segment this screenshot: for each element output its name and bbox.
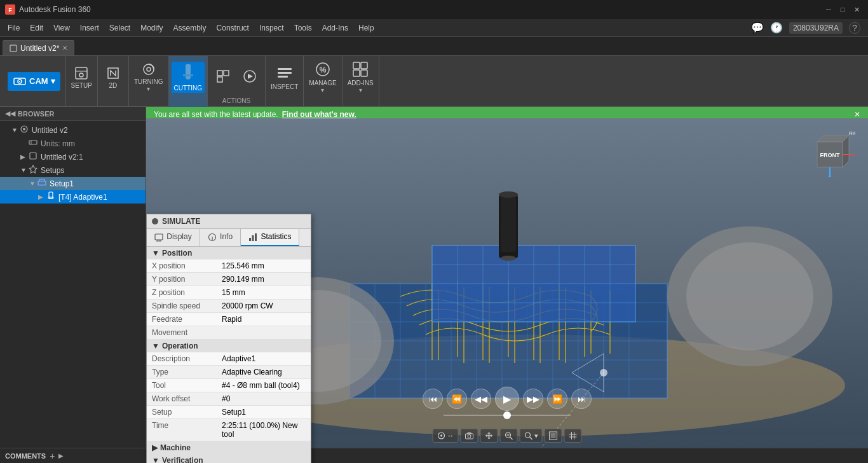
tree-expand-adaptive1[interactable]: ▶ <box>38 193 46 200</box>
menu-select[interactable]: Select <box>104 19 135 37</box>
minimize-button[interactable]: ─ <box>822 3 835 16</box>
info-tab-icon: i <box>208 233 217 242</box>
menu-inspect[interactable]: Inspect <box>254 19 289 37</box>
manage-icon: % <box>314 60 332 78</box>
svg-text:F: F <box>8 7 12 13</box>
toolbar-manage-group: % MANAGE▾ <box>304 56 342 107</box>
menu-view[interactable]: View <box>48 19 75 37</box>
comments-bar: COMMENTS + ▶ <box>0 448 868 463</box>
tree-item-untitled-v2[interactable]: ▼ Untitled v2 <box>0 123 146 137</box>
machine-section-header[interactable]: ▶ Machine <box>147 441 311 454</box>
movement-label: Movement <box>152 328 222 337</box>
setup-label: SETUP <box>71 82 92 89</box>
clock-icon[interactable]: 🕐 <box>770 22 783 34</box>
doc-tab-untitled[interactable]: Untitled v2* ✕ <box>3 40 74 55</box>
play-button[interactable]: ▶ <box>495 387 519 411</box>
menu-file[interactable]: File <box>3 19 25 37</box>
menu-assembly[interactable]: Assembly <box>168 19 212 37</box>
orientation-cube[interactable]: FRONT Z X RIGHT <box>804 129 855 180</box>
menu-edit[interactable]: Edit <box>25 19 48 37</box>
comments-add-icon[interactable]: + <box>50 451 55 461</box>
tree-expand-untitled[interactable]: ▼ <box>11 127 19 134</box>
rewind-fast-button[interactable]: ⏪ <box>447 389 467 409</box>
camera-button[interactable] <box>461 429 478 443</box>
playback-slider-track[interactable] <box>444 415 571 416</box>
tree-item-setups[interactable]: ▼ Setups <box>0 163 146 177</box>
skip-to-end-button[interactable]: ⏭ <box>571 389 592 409</box>
close-button[interactable]: ✕ <box>850 3 863 16</box>
tree-expand-setups[interactable]: ▼ <box>20 167 28 174</box>
description-row: Description Adaptive1 <box>147 352 311 366</box>
y-position-row: Y position 290.149 mm <box>147 273 311 286</box>
inspect-label: INSPECT <box>271 83 298 90</box>
work-offset-value: #0 <box>222 394 230 403</box>
addins-label: ADD-INS <box>348 79 374 86</box>
addins-button[interactable]: ADD-INS▾ <box>345 59 376 95</box>
menu-insert[interactable]: Insert <box>75 19 104 37</box>
sim-tab-display[interactable]: Display <box>147 229 200 246</box>
fast-forward-button[interactable]: ⏩ <box>547 389 567 409</box>
menu-construct[interactable]: Construct <box>212 19 254 37</box>
svg-rect-106 <box>551 433 556 438</box>
cutting-button[interactable]: CUTTING <box>172 62 205 93</box>
2d-button[interactable]: 2D <box>100 64 126 90</box>
toolbar-inspect-group: INSPECT <box>266 56 304 107</box>
machine-section: ▶ Machine <box>147 441 311 454</box>
svg-rect-76 <box>501 195 516 252</box>
operation-section-header[interactable]: ▼ Operation <box>147 340 311 352</box>
tree-item-adaptive1[interactable]: ▶ [T4] Adaptive1 <box>0 190 146 204</box>
turning-icon <box>141 62 156 77</box>
comments-expand-icon[interactable]: ▶ <box>58 452 64 459</box>
menu-modify[interactable]: Modify <box>135 19 168 37</box>
feedrate-label: Feedrate <box>152 315 222 324</box>
svg-line-100 <box>510 437 513 439</box>
tree-expand-setup1[interactable]: ▼ <box>29 180 37 187</box>
description-label: Description <box>152 354 222 363</box>
doc-tab-close[interactable]: ✕ <box>62 45 67 52</box>
sim-tab-info[interactable]: i Info <box>200 229 241 246</box>
step-forward-button[interactable]: ▶▶ <box>523 389 543 409</box>
browser-collapse-icon[interactable]: ◀◀ <box>5 109 15 118</box>
cam-button[interactable]: CAM ▾ <box>8 72 60 91</box>
snap-button[interactable]: ↔ <box>433 429 459 443</box>
sim-tab-statistics[interactable]: Statistics <box>241 229 299 246</box>
snap-icon <box>437 431 446 440</box>
maximize-button[interactable]: □ <box>836 3 849 16</box>
tree-item-untitled-v2-1[interactable]: ▶ Untitled v2:1 <box>0 150 146 163</box>
actions-play-button[interactable] <box>237 68 262 86</box>
pan-button[interactable] <box>480 429 498 443</box>
step-back-button[interactable]: ◀◀ <box>471 389 491 409</box>
movement-row: Movement <box>147 326 311 340</box>
turning-button[interactable]: TURNING▾ <box>132 60 166 93</box>
sim-tabs: Display i Info Statistics <box>147 229 311 247</box>
doc-tab-icon <box>10 45 17 52</box>
grid-button[interactable] <box>564 429 582 443</box>
setup-icon <box>74 66 89 81</box>
setup1-label: Setup1 <box>50 179 74 188</box>
view-gizmo[interactable]: FRONT Z X RIGHT <box>804 129 855 180</box>
manage-button[interactable]: % MANAGE▾ <box>306 59 339 95</box>
display-mode-button[interactable] <box>545 429 562 443</box>
tree-item-units[interactable]: ▶ Units: mm <box>0 137 146 150</box>
zoom-dropdown-button[interactable]: ▾ <box>520 429 543 443</box>
menu-addins[interactable]: Add-Ins <box>317 19 353 37</box>
actions-g1g2-button[interactable] <box>210 68 236 86</box>
x-position-label: X position <box>152 261 222 270</box>
help-icon[interactable]: ? <box>849 22 860 34</box>
spindle-speed-value: 20000 rpm CW <box>222 301 273 310</box>
tree-expand-v2-1[interactable]: ▶ <box>20 153 28 160</box>
inspect-button[interactable]: INSPECT <box>268 63 301 92</box>
chat-icon[interactable]: 💬 <box>751 22 764 34</box>
playback-slider-thumb[interactable] <box>503 411 511 419</box>
skip-to-start-button[interactable]: ⏮ <box>423 389 443 409</box>
verification-section-header[interactable]: ▼ Verification <box>147 454 311 463</box>
menu-help[interactable]: Help <box>353 19 379 37</box>
zoom-button[interactable] <box>500 429 518 443</box>
position-section-header[interactable]: ▼ Position <box>147 247 311 259</box>
user-menu[interactable]: 20803U92RA <box>789 22 843 34</box>
tree-item-setup1[interactable]: ▼ Setup1 <box>0 177 146 190</box>
setup-button[interactable]: SETUP <box>69 64 95 90</box>
app-icon: F <box>5 4 15 15</box>
menu-tools[interactable]: Tools <box>289 19 317 37</box>
svg-point-78 <box>501 256 516 261</box>
